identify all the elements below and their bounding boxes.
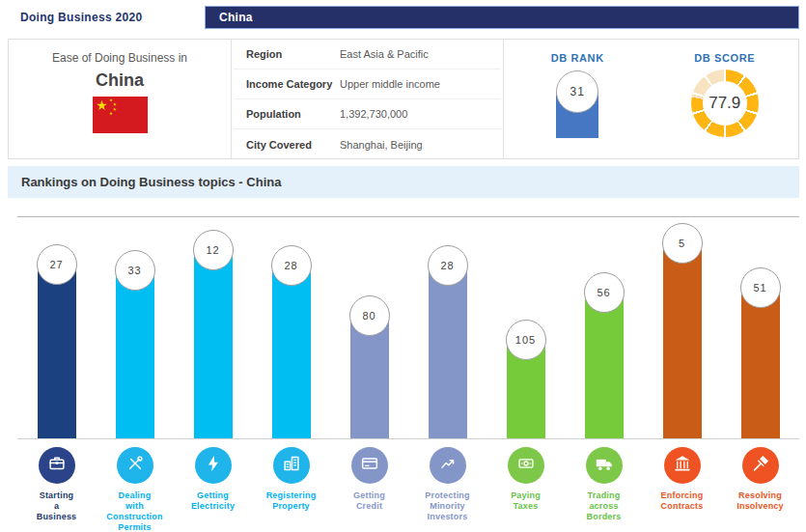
fact-row: City CoveredShanghai, Beijing	[234, 129, 501, 159]
db-score-value: 77.9	[703, 81, 747, 126]
topic-column: 33	[96, 217, 174, 438]
db-score-block: DB SCORE 77.9	[652, 40, 799, 158]
section-title: Rankings on Doing Business topics - Chin…	[8, 166, 799, 198]
fact-row: Population1,392,730,000	[234, 99, 501, 129]
credit-card-icon	[359, 453, 380, 478]
rank-bar	[429, 266, 467, 438]
gauges-section: DB RANK 31 DB SCORE 77.9	[503, 40, 798, 158]
rank-circle: 28	[271, 245, 312, 286]
fact-label: City Covered	[234, 139, 340, 151]
rank-circle: 28	[428, 245, 468, 286]
bolt-icon	[203, 453, 224, 478]
rank-value: 80	[362, 310, 375, 322]
truck-icon	[594, 453, 615, 478]
topic-icon-circle[interactable]	[39, 447, 75, 484]
fact-row: RegionEast Asia & Pacific	[234, 40, 501, 70]
topic-label[interactable]: ResolvingInsolvency	[721, 490, 799, 512]
topic-label[interactable]: ProtectingMinorityInvestors	[408, 490, 486, 522]
db-rank-block: DB RANK 31	[504, 40, 652, 158]
topic-label[interactable]: TradingacrossBorders	[565, 490, 643, 522]
topic-label[interactable]: GettingCredit	[330, 490, 408, 512]
rank-circle: 105	[506, 320, 546, 360]
topic-column: 27	[17, 217, 96, 438]
doing-business-report-page: Doing Business 2020 China Ease of Doing …	[0, 0, 806, 532]
fact-value: Upper middle income	[340, 78, 440, 90]
topic-column: 28	[408, 217, 486, 438]
fact-label: Population	[234, 108, 340, 120]
chart-up-icon	[437, 453, 459, 478]
topic-icon-circle[interactable]	[273, 447, 310, 484]
rank-value: 33	[127, 265, 141, 276]
topic-label[interactable]: DealingwithConstructionPermits	[96, 490, 174, 532]
db-rank-value: 31	[556, 70, 598, 113]
topic-label[interactable]: GettingElectricity	[174, 490, 252, 512]
db-score-gauge: 77.9	[691, 70, 759, 137]
rank-value: 28	[284, 260, 297, 271]
topic-column: 105	[486, 217, 565, 438]
rank-bar	[194, 250, 233, 438]
buildings-icon	[281, 453, 302, 478]
rank-bar	[663, 243, 702, 438]
country-identity-section: Ease of Doing Business in China	[9, 40, 231, 158]
db-score-label: DB SCORE	[652, 52, 799, 64]
topic-column: 12	[174, 217, 252, 438]
topic-label[interactable]: EnforcingContracts	[643, 490, 721, 512]
topic-label[interactable]: RegisteringProperty	[252, 490, 330, 512]
rank-value: 105	[515, 334, 536, 346]
rank-circle: 51	[740, 267, 781, 308]
money-icon	[515, 453, 537, 478]
topic-item: ProtectingMinorityInvestors	[408, 447, 486, 532]
fact-value: 1,392,730,000	[340, 108, 407, 120]
topic-rankings-chart: 27331228802810556551	[17, 216, 799, 439]
topic-column: 80	[330, 217, 408, 438]
topic-icon-circle[interactable]	[742, 447, 779, 484]
china-flag	[9, 97, 231, 137]
rank-value: 12	[206, 244, 219, 256]
fact-label: Income Category	[234, 78, 340, 90]
topic-icon-circle[interactable]	[117, 447, 153, 484]
topic-legend-row: StartingaBusinessDealingwithConstruction…	[17, 447, 799, 532]
fact-row: Income CategoryUpper middle income	[234, 70, 501, 99]
rank-bar	[741, 288, 780, 438]
topic-item: ResolvingInsolvency	[721, 447, 799, 532]
rank-bar	[38, 265, 76, 438]
rank-value: 28	[440, 260, 454, 271]
topic-icon-circle[interactable]	[430, 447, 466, 484]
panel-title: Ease of Doing Business in	[9, 51, 231, 65]
topic-label[interactable]: PayingTaxes	[486, 490, 565, 512]
report-brand-tab: Doing Business 2020	[8, 6, 205, 29]
topic-icon-circle[interactable]	[195, 447, 232, 484]
topic-item: TradingacrossBorders	[565, 447, 643, 532]
rank-value: 56	[597, 287, 610, 298]
rank-bar	[272, 266, 311, 438]
rank-circle: 56	[584, 272, 625, 313]
rank-circle: 5	[662, 223, 703, 264]
topic-icon-circle[interactable]	[351, 447, 388, 484]
courthouse-icon	[672, 453, 693, 478]
topic-item: StartingaBusiness	[17, 447, 96, 532]
topic-item: GettingCredit	[330, 447, 408, 532]
topic-item: RegisteringProperty	[252, 447, 330, 532]
topic-column: 51	[721, 217, 799, 438]
topic-icon-circle[interactable]	[508, 447, 544, 484]
rank-circle: 27	[37, 244, 77, 285]
country-facts-table: RegionEast Asia & PacificIncome Category…	[231, 40, 503, 158]
topic-column: 5	[643, 217, 721, 438]
topic-item: GettingElectricity	[174, 447, 252, 532]
db-rank-label: DB RANK	[504, 52, 652, 64]
fact-value: Shanghai, Beijing	[340, 139, 423, 151]
topic-icon-circle[interactable]	[586, 447, 623, 484]
gavel-icon	[750, 453, 771, 478]
db-rank-graphic: 31	[556, 70, 598, 138]
rank-bar	[585, 293, 624, 438]
rank-circle: 33	[115, 250, 155, 291]
header-country-tab: China	[205, 6, 799, 29]
topic-item: DealingwithConstructionPermits	[96, 447, 174, 532]
topic-column: 56	[565, 217, 643, 438]
topic-label[interactable]: StartingaBusiness	[17, 490, 96, 522]
topic-item: PayingTaxes	[486, 447, 565, 532]
topic-icon-circle[interactable]	[664, 447, 701, 484]
country-overview-panel: Ease of Doing Business in China RegionEa…	[8, 39, 799, 159]
rank-circle: 80	[349, 295, 390, 336]
topic-column: 28	[252, 217, 330, 438]
